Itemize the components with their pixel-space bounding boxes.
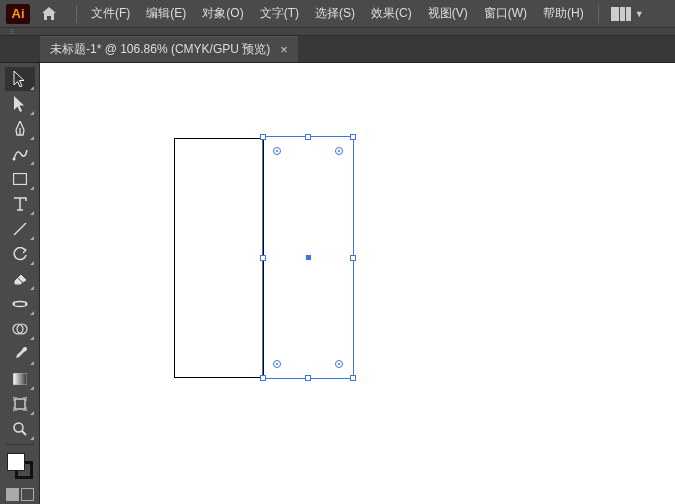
selection-center-point[interactable]	[306, 255, 311, 260]
menu-type[interactable]: 文字(T)	[252, 1, 307, 26]
document-tab[interactable]: 未标题-1* @ 106.86% (CMYK/GPU 预览) ×	[40, 36, 298, 62]
artwork-rectangle[interactable]	[174, 138, 264, 378]
selection-handle-sw[interactable]	[260, 375, 266, 381]
svg-rect-1	[13, 174, 26, 185]
selection-handle-nw[interactable]	[260, 134, 266, 140]
document-tab-bar: 未标题-1* @ 106.86% (CMYK/GPU 预览) ×	[0, 36, 675, 63]
eraser-tool[interactable]	[5, 267, 35, 291]
direct-selection-tool[interactable]	[5, 92, 35, 116]
gradient-tool[interactable]	[5, 367, 35, 391]
curvature-tool[interactable]	[5, 142, 35, 166]
svg-point-5	[24, 303, 26, 305]
corner-widget-sw[interactable]	[273, 360, 281, 368]
arrange-documents-icon[interactable]	[611, 7, 631, 21]
svg-line-2	[14, 223, 26, 235]
fill-stroke-swatch[interactable]	[5, 451, 35, 481]
close-icon[interactable]: ×	[280, 42, 288, 57]
selection-handle-ne[interactable]	[350, 134, 356, 140]
menu-bar: Ai 文件(F) 编辑(E) 对象(O) 文字(T) 选择(S) 效果(C) 视…	[0, 0, 675, 28]
rotate-tool[interactable]	[5, 242, 35, 266]
menu-divider	[598, 5, 599, 23]
selection-bounding-box[interactable]	[262, 136, 354, 379]
control-bar: ⠿	[0, 28, 675, 36]
draw-mode-icon[interactable]	[5, 484, 35, 504]
corner-widget-ne[interactable]	[335, 147, 343, 155]
svg-line-12	[22, 431, 26, 435]
width-tool[interactable]	[5, 292, 35, 316]
rectangle-tool[interactable]	[5, 167, 35, 191]
svg-point-11	[14, 423, 23, 432]
svg-point-0	[12, 158, 15, 161]
app-logo: Ai	[6, 4, 30, 24]
tool-divider	[6, 444, 34, 445]
eyedropper-tool[interactable]	[5, 342, 35, 366]
menu-window[interactable]: 窗口(W)	[476, 1, 535, 26]
artboard-tool[interactable]	[5, 392, 35, 416]
menu-edit[interactable]: 编辑(E)	[138, 1, 194, 26]
menu-select[interactable]: 选择(S)	[307, 1, 363, 26]
toolbox	[0, 63, 40, 504]
selection-handle-s[interactable]	[305, 375, 311, 381]
menu-effect[interactable]: 效果(C)	[363, 1, 420, 26]
svg-rect-10	[15, 399, 25, 409]
selection-handle-se[interactable]	[350, 375, 356, 381]
selection-handle-e[interactable]	[350, 255, 356, 261]
menu-file[interactable]: 文件(F)	[83, 1, 138, 26]
selection-tool[interactable]	[5, 67, 35, 91]
canvas[interactable]	[40, 63, 675, 504]
menu-help[interactable]: 帮助(H)	[535, 1, 592, 26]
pen-tool[interactable]	[5, 117, 35, 141]
selection-handle-w[interactable]	[260, 255, 266, 261]
chevron-down-icon[interactable]: ▼	[635, 9, 644, 19]
svg-rect-9	[13, 373, 27, 385]
home-icon[interactable]	[40, 5, 58, 23]
menu-divider	[76, 5, 77, 23]
zoom-tool[interactable]	[5, 417, 35, 441]
corner-widget-nw[interactable]	[273, 147, 281, 155]
main-area	[0, 63, 675, 504]
grip-icon[interactable]: ⠿	[10, 29, 15, 35]
line-tool[interactable]	[5, 217, 35, 241]
menu-object[interactable]: 对象(O)	[194, 1, 251, 26]
menu-view[interactable]: 视图(V)	[420, 1, 476, 26]
svg-point-4	[12, 303, 14, 305]
document-tab-title: 未标题-1* @ 106.86% (CMYK/GPU 预览)	[50, 41, 270, 58]
type-tool[interactable]	[5, 192, 35, 216]
shape-builder-tool[interactable]	[5, 317, 35, 341]
corner-widget-se[interactable]	[335, 360, 343, 368]
selection-handle-n[interactable]	[305, 134, 311, 140]
fill-swatch[interactable]	[7, 453, 25, 471]
